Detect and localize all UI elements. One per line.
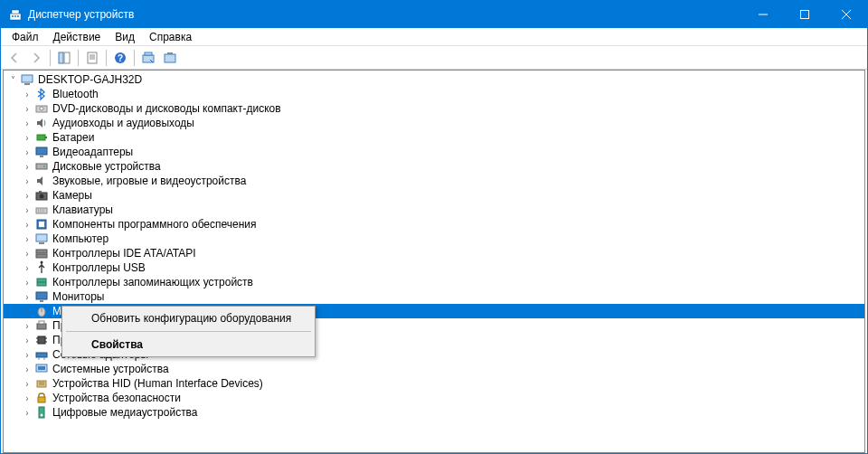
- tree-item-label: Цифровые медиаустройства: [52, 406, 198, 419]
- help-button[interactable]: ?: [110, 48, 130, 68]
- context-menu: Обновить конфигурацию оборудования Свойс…: [61, 306, 316, 357]
- storage-icon: [34, 275, 49, 289]
- expand-icon[interactable]: ›: [22, 378, 33, 389]
- menu-action[interactable]: Действие: [46, 29, 108, 45]
- expand-icon[interactable]: ›: [22, 291, 33, 302]
- refresh-button[interactable]: [160, 48, 180, 68]
- menu-help[interactable]: Справка: [142, 29, 199, 45]
- expand-icon[interactable]: ›: [22, 320, 33, 331]
- expand-icon[interactable]: ›: [22, 233, 33, 244]
- disk-icon: [34, 159, 49, 174]
- expand-icon[interactable]: ›: [22, 248, 33, 259]
- svg-point-2: [12, 15, 14, 17]
- tree-item-label: Батареи: [52, 131, 94, 144]
- window-title: Диспетчер устройств: [28, 8, 742, 21]
- tree-item-keyboards[interactable]: › Клавиатуры: [4, 203, 864, 217]
- svg-rect-46: [36, 292, 47, 299]
- tree-item-bluetooth[interactable]: › Bluetooth: [4, 87, 864, 101]
- expand-icon[interactable]: ›: [22, 364, 33, 374]
- context-properties[interactable]: Свойства: [64, 335, 313, 355]
- svg-point-32: [40, 194, 44, 199]
- expand-icon[interactable]: ›: [22, 335, 33, 345]
- maximize-button[interactable]: [784, 1, 826, 28]
- scan-hardware-button[interactable]: [138, 48, 158, 68]
- sound-icon: [34, 174, 49, 188]
- svg-rect-28: [40, 156, 43, 157]
- expand-icon[interactable]: ›: [22, 393, 33, 403]
- expand-icon[interactable]: ›: [22, 306, 33, 317]
- expand-icon[interactable]: ›: [22, 175, 33, 186]
- tree-item-dvd[interactable]: › DVD-дисководы и дисководы компакт-диск…: [4, 101, 864, 116]
- computer-icon: [34, 232, 49, 246]
- expand-icon[interactable]: ›: [22, 103, 33, 114]
- svg-rect-6: [801, 11, 809, 19]
- back-button[interactable]: [5, 48, 24, 68]
- tree-item-ide-controllers[interactable]: › Контроллеры IDE ATA/ATAPI: [4, 246, 864, 260]
- svg-point-43: [41, 261, 43, 264]
- tree-item-sound-video-game[interactable]: › Звуковые, игровые и видеоустройства: [4, 174, 864, 188]
- properties-button[interactable]: [82, 48, 102, 68]
- minimize-button[interactable]: [742, 1, 784, 28]
- tree-item-audio-io[interactable]: › Аудиовходы и аудиовыходы: [4, 116, 864, 130]
- tree-item-label: Аудиовходы и аудиовыходы: [52, 117, 194, 129]
- expand-icon[interactable]: ›: [22, 219, 33, 230]
- app-icon: [8, 7, 23, 22]
- tree-item-security-devices[interactable]: › Устройства безопасности: [4, 391, 864, 405]
- svg-rect-1: [12, 10, 19, 14]
- svg-point-30: [43, 166, 45, 167]
- svg-rect-26: [45, 137, 47, 138]
- svg-rect-41: [36, 250, 47, 253]
- show-hide-console-tree-button[interactable]: [54, 48, 74, 68]
- window-controls: [742, 1, 867, 28]
- tree-item-label: Звуковые, игровые и видеоустройства: [52, 175, 246, 187]
- tree-item-cameras[interactable]: › Камеры: [4, 188, 864, 203]
- expand-icon[interactable]: ›: [22, 89, 33, 99]
- svg-rect-61: [38, 366, 45, 370]
- tree-item-label: Устройства HID (Human Interface Devices): [52, 377, 263, 390]
- tree-root[interactable]: ˅ DESKTOP-GAJH32D: [4, 72, 864, 87]
- network-icon: [34, 347, 49, 362]
- expand-icon[interactable]: ›: [22, 161, 33, 172]
- tree-item-batteries[interactable]: › Батареи: [4, 130, 864, 145]
- media-device-icon: [34, 405, 49, 420]
- expand-icon[interactable]: ›: [22, 132, 33, 143]
- toolbar-sep: [78, 50, 79, 66]
- menu-view[interactable]: Вид: [108, 29, 142, 45]
- tree-root-label: DESKTOP-GAJH32D: [38, 73, 142, 86]
- close-button[interactable]: [826, 1, 867, 28]
- expand-icon[interactable]: ›: [22, 204, 33, 215]
- tree-item-system-devices[interactable]: › Системные устройства: [4, 362, 864, 376]
- expand-icon[interactable]: ›: [22, 277, 33, 288]
- tree-item-computer[interactable]: › Компьютер: [4, 232, 864, 246]
- tree-item-disk-drives[interactable]: › Дисковые устройства: [4, 159, 864, 174]
- expand-icon[interactable]: ›: [22, 190, 33, 201]
- expand-icon[interactable]: ›: [22, 349, 33, 360]
- disc-drive-icon: [34, 101, 49, 116]
- tree-item-software-components[interactable]: › Компоненты программного обеспечения: [4, 217, 864, 232]
- expand-icon[interactable]: ›: [22, 147, 33, 157]
- tree-item-label: Мониторы: [52, 290, 104, 303]
- tree-item-label: Компоненты программного обеспечения: [52, 218, 257, 231]
- forward-button[interactable]: [26, 48, 46, 68]
- expand-icon[interactable]: ›: [22, 407, 33, 418]
- context-refresh-hardware[interactable]: Обновить конфигурацию оборудования: [64, 308, 313, 328]
- camera-icon: [34, 188, 49, 203]
- tree-item-label: Bluetooth: [52, 88, 99, 100]
- tree-item-label: DVD-дисководы и дисководы компакт-дисков: [52, 102, 281, 115]
- expand-icon[interactable]: ›: [22, 118, 33, 128]
- tree-item-storage-controllers[interactable]: › Контроллеры запоминающих устройств: [4, 275, 864, 289]
- tree-item-portable-devices[interactable]: › Цифровые медиаустройства: [4, 405, 864, 420]
- device-tree-panel[interactable]: ˅ DESKTOP-GAJH32D › Bluetooth › DVD-диск…: [3, 70, 865, 453]
- tree-item-display-adapters[interactable]: › Видеоадаптеры: [4, 145, 864, 159]
- menu-file[interactable]: Файл: [5, 29, 46, 45]
- svg-rect-51: [39, 321, 44, 324]
- printer-icon: [34, 318, 49, 333]
- svg-point-24: [40, 107, 43, 110]
- collapse-icon[interactable]: ˅: [7, 74, 18, 85]
- expand-icon[interactable]: ›: [22, 262, 33, 273]
- tree-item-monitors[interactable]: › Мониторы: [4, 289, 864, 304]
- tree-item-usb-controllers[interactable]: › Контроллеры USB: [4, 260, 864, 275]
- svg-point-67: [41, 414, 43, 417]
- tree-item-hid[interactable]: › Устройства HID (Human Interface Device…: [4, 376, 864, 391]
- cpu-icon: [34, 333, 49, 347]
